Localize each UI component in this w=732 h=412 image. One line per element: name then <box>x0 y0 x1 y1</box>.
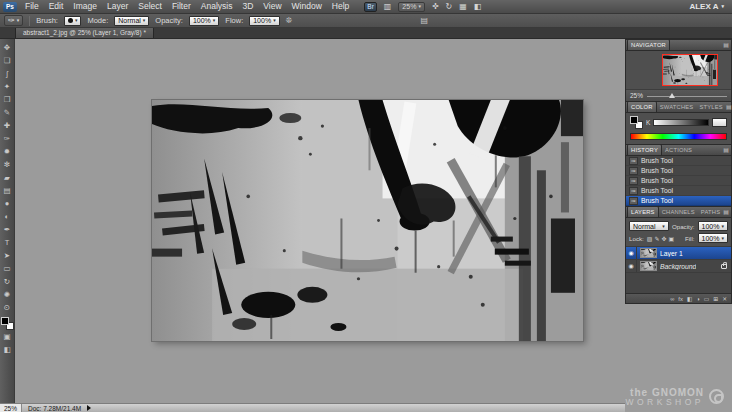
arrange-documents-icon[interactable]: ▦ <box>459 2 467 12</box>
dodge-tool-icon[interactable]: ◐ <box>1 211 14 223</box>
canvas-area[interactable] <box>15 39 625 403</box>
history-step[interactable]: ✑Brush Tool <box>626 186 731 196</box>
menu-window[interactable]: Window <box>287 0 327 13</box>
status-options-arrow-icon[interactable] <box>87 405 91 411</box>
layer-mask-icon[interactable]: ◧ <box>687 296 692 302</box>
tab-styles[interactable]: STYLES <box>696 102 725 112</box>
navigator-proxy-view[interactable] <box>662 54 718 86</box>
rectangular-marquee-tool-icon[interactable]: ❏ <box>1 55 14 67</box>
type-tool-icon[interactable]: T <box>1 237 14 249</box>
history-step[interactable]: ✑Brush Tool <box>626 166 731 176</box>
layers-blend-mode-dropdown[interactable]: Normal ▾ <box>629 221 669 231</box>
opacity-field[interactable]: 100% ▾ <box>189 16 219 26</box>
document-image[interactable] <box>152 100 583 341</box>
airbrush-toggle-icon[interactable]: ❊ <box>286 16 293 26</box>
lasso-tool-icon[interactable]: ʃ <box>1 68 14 80</box>
slider-thumb[interactable] <box>669 93 675 98</box>
visibility-eye-icon[interactable]: ◉ <box>626 247 637 259</box>
history-step[interactable]: ✑Brush Tool <box>626 156 731 166</box>
workspace-switcher[interactable]: ALEX A ▾ <box>689 2 724 11</box>
menu-view[interactable]: View <box>258 0 286 13</box>
history-step[interactable]: ✑Brush Tool <box>626 196 731 206</box>
menu-filter[interactable]: Filter <box>167 0 196 13</box>
layer-style-icon[interactable]: fx <box>678 296 683 302</box>
navigator-zoom-value[interactable]: 25% <box>630 92 643 99</box>
hand-tool-icon[interactable]: ✺ <box>1 289 14 301</box>
healing-brush-tool-icon[interactable]: ✚ <box>1 120 14 132</box>
k-channel-slider[interactable] <box>653 119 709 126</box>
history-brush-tool-icon[interactable]: ✻ <box>1 159 14 171</box>
quick-selection-tool-icon[interactable]: ✦ <box>1 81 14 93</box>
k-channel-value-field[interactable] <box>712 118 727 127</box>
tab-color[interactable]: COLOR <box>627 101 657 112</box>
crop-tool-icon[interactable]: ❐ <box>1 94 14 106</box>
delete-layer-icon[interactable]: ✕ <box>722 296 727 302</box>
eyedropper-tool-icon[interactable]: ✎ <box>1 107 14 119</box>
hand-tool-appbar-icon[interactable]: ✜ <box>432 2 439 12</box>
link-layers-icon[interactable]: ∞ <box>670 296 674 302</box>
menu-layer[interactable]: Layer <box>102 0 133 13</box>
panel-menu-icon[interactable]: ▤ <box>726 103 732 112</box>
new-layer-icon[interactable]: ⊞ <box>713 296 718 302</box>
tab-navigator[interactable]: NAVIGATOR <box>627 39 670 50</box>
layer-row[interactable]: ◉Background <box>626 260 731 273</box>
brush-tool-icon[interactable]: ✑ <box>1 133 14 145</box>
menu-edit[interactable]: Edit <box>44 0 69 13</box>
foreground-background-swatches[interactable] <box>1 317 14 330</box>
quick-mask-icon[interactable]: ▣ <box>1 331 14 343</box>
brush-preset-dropdown[interactable]: ▾ <box>64 16 82 26</box>
lock-all-icon[interactable]: ▣ <box>669 235 675 242</box>
gradient-tool-icon[interactable]: ▤ <box>1 185 14 197</box>
menu-select[interactable]: Select <box>133 0 167 13</box>
move-tool-icon[interactable]: ✥ <box>1 42 14 54</box>
status-zoom-field[interactable]: 25% <box>0 404 22 412</box>
adjustment-layer-icon[interactable]: ◑ <box>696 296 700 302</box>
screen-mode-icon[interactable]: ◧ <box>474 2 482 12</box>
lock-transparency-icon[interactable]: ▨ <box>647 235 653 242</box>
menu-help[interactable]: Help <box>327 0 354 13</box>
rotate-3d-tool-icon[interactable]: ↻ <box>1 276 14 288</box>
view-extras-icon[interactable]: ▥ <box>384 2 392 12</box>
tab-swatches[interactable]: SWATCHES <box>657 102 697 112</box>
eraser-tool-icon[interactable]: ▰ <box>1 172 14 184</box>
navigator-zoom-slider[interactable] <box>647 92 727 100</box>
menu-3d[interactable]: 3D <box>237 0 258 13</box>
visibility-eye-icon[interactable]: ◉ <box>626 260 637 272</box>
menu-analysis[interactable]: Analysis <box>196 0 238 13</box>
tab-actions[interactable]: ACTIONS <box>662 145 695 155</box>
clone-stamp-tool-icon[interactable]: ✹ <box>1 146 14 158</box>
foreground-color-swatch[interactable] <box>630 116 638 124</box>
panel-menu-icon[interactable]: ▤ <box>723 146 729 155</box>
pen-tool-icon[interactable]: ✒ <box>1 224 14 236</box>
blur-tool-icon[interactable]: ● <box>1 198 14 210</box>
app-logo-icon[interactable]: Ps <box>3 2 17 12</box>
menu-file[interactable]: File <box>20 0 44 13</box>
flow-field[interactable]: 100% ▾ <box>249 16 279 26</box>
blend-mode-dropdown[interactable]: Normal ▾ <box>114 16 149 26</box>
zoom-tool-icon[interactable]: ⊙ <box>1 302 14 314</box>
foreground-color-swatch[interactable] <box>1 317 9 325</box>
menu-image[interactable]: Image <box>68 0 102 13</box>
rectangle-tool-icon[interactable]: ▭ <box>1 263 14 275</box>
path-selection-tool-icon[interactable]: ➤ <box>1 250 14 262</box>
panel-menu-icon[interactable]: ▤ <box>723 208 729 217</box>
layers-opacity-field[interactable]: 100% ▾ <box>698 221 728 231</box>
tab-history[interactable]: HISTORY <box>627 144 662 155</box>
panel-menu-icon[interactable]: ▤ <box>723 41 729 50</box>
tab-paths[interactable]: PATHS <box>698 207 723 217</box>
tool-preset-picker[interactable]: ✑ ▾ <box>4 15 23 26</box>
zoom-level-field[interactable]: 25% ▾ <box>398 2 425 12</box>
document-tab[interactable]: abstract1_2.jpg @ 25% (Layer 1, Gray/8) … <box>15 27 154 38</box>
fill-field[interactable]: 100% ▾ <box>698 233 728 243</box>
layer-row[interactable]: ◉Layer 1 <box>626 247 731 260</box>
rotate-view-icon[interactable]: ↻ <box>446 2 453 12</box>
layer-group-icon[interactable]: ▭ <box>704 296 709 302</box>
screen-mode-tool-icon[interactable]: ◧ <box>1 344 14 356</box>
toggle-brushes-panel-icon[interactable]: ▤ <box>420 16 428 25</box>
tab-layers[interactable]: LAYERS <box>627 206 659 217</box>
color-panel-swatches[interactable] <box>630 116 643 129</box>
lock-position-icon[interactable]: ✥ <box>662 235 667 242</box>
color-spectrum-ramp[interactable] <box>630 133 727 140</box>
launch-bridge-icon[interactable]: Br <box>364 2 377 12</box>
tab-channels[interactable]: CHANNELS <box>659 207 698 217</box>
